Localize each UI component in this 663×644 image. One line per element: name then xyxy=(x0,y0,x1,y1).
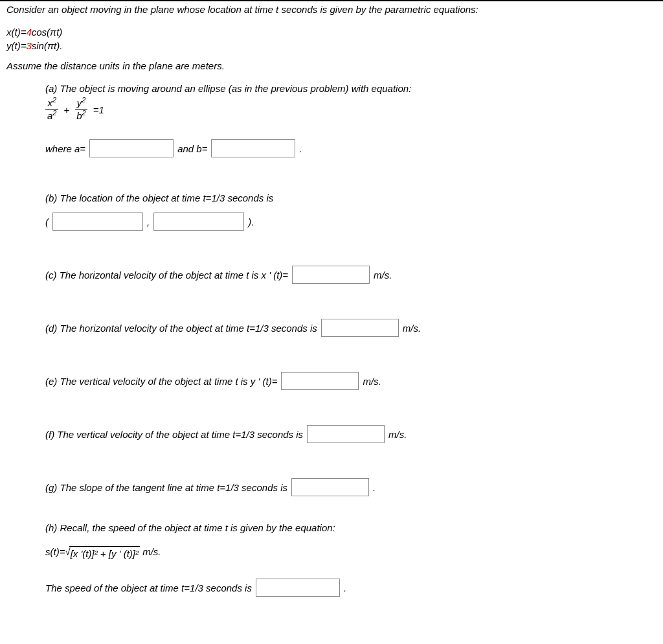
part-g: (g) The slope of the tangent line at tim… xyxy=(45,478,657,496)
speed-eq-suffix: m/s. xyxy=(140,546,161,557)
open-paren: ( xyxy=(45,216,49,227)
part-d: (d) The horizontal velocity of the objec… xyxy=(45,319,657,337)
input-f[interactable] xyxy=(307,425,385,443)
part-a-period: . xyxy=(299,143,302,154)
parts-container: (a) The object is moving around an ellip… xyxy=(6,83,657,597)
intro-text: Consider an object moving in the plane w… xyxy=(6,3,657,15)
part-h-inputs: The speed of the object at time t=1/3 se… xyxy=(45,579,657,597)
part-e-text: (e) The vertical velocity of the object … xyxy=(45,376,277,387)
part-b-label: (b) The location of the object at time t… xyxy=(45,192,657,203)
yt-coefficient: 3 xyxy=(26,40,31,51)
part-c-unit: m/s. xyxy=(374,270,392,281)
input-location-y[interactable] xyxy=(153,213,244,231)
xt-prefix: x(t)= xyxy=(6,27,26,38)
xt-coefficient: 4 xyxy=(26,27,31,38)
where-a-label: where a= xyxy=(45,143,85,154)
yt-prefix: y(t)= xyxy=(6,40,26,51)
plus-sign: + xyxy=(63,104,69,115)
part-b-inputs: ( , ). xyxy=(45,213,657,231)
part-b: (b) The location of the object at time t… xyxy=(45,192,657,231)
part-g-text: (g) The slope of the tangent line at tim… xyxy=(45,482,287,493)
sqrt-block: √[x '(t)]² + [y ' (t)]² xyxy=(65,546,140,559)
assume-text: Assume the distance units in the plane a… xyxy=(6,60,657,71)
fraction-y2-b2: y2 b2 xyxy=(74,98,87,121)
input-c[interactable] xyxy=(292,266,370,284)
close-paren: ). xyxy=(248,216,254,227)
part-h-label: (h) Recall, the speed of the object at t… xyxy=(45,522,657,533)
part-f: (f) The vertical velocity of the object … xyxy=(45,425,657,443)
comma: , xyxy=(147,216,150,227)
xt-suffix: cos(πt) xyxy=(32,27,63,38)
part-e-unit: m/s. xyxy=(363,376,381,387)
equals-one: =1 xyxy=(93,104,104,115)
part-g-period: . xyxy=(373,482,376,493)
ellipse-equation: x2 a2 + y2 b2 =1 xyxy=(45,98,657,121)
part-d-text: (d) The horizontal velocity of the objec… xyxy=(45,323,317,334)
part-c-text: (c) The horizontal velocity of the objec… xyxy=(45,270,288,281)
part-f-unit: m/s. xyxy=(388,429,407,440)
sqrt-body: [x '(t)]² + [y ' (t)]² xyxy=(69,546,140,559)
equation-yt: y(t)=3sin(πt). xyxy=(6,40,657,51)
input-g[interactable] xyxy=(291,478,369,496)
part-d-unit: m/s. xyxy=(403,323,421,334)
speed-prompt: The speed of the object at time t=1/3 se… xyxy=(45,582,252,593)
fraction-x2-a2: x2 a2 xyxy=(45,98,58,121)
input-d[interactable] xyxy=(321,319,399,337)
input-b[interactable] xyxy=(211,139,295,157)
input-a[interactable] xyxy=(89,139,174,157)
problem-content: Consider an object moving in the plane w… xyxy=(0,1,663,610)
speed-equation: s(t)=√[x '(t)]² + [y ' (t)]² m/s. xyxy=(45,546,657,559)
part-e: (e) The vertical velocity of the object … xyxy=(45,372,657,390)
input-location-x[interactable] xyxy=(52,213,143,231)
part-c: (c) The horizontal velocity of the objec… xyxy=(45,266,657,284)
equation-xt: x(t)=4cos(πt) xyxy=(6,27,657,38)
input-e[interactable] xyxy=(281,372,359,390)
part-h-period: . xyxy=(344,582,346,593)
part-f-text: (f) The vertical velocity of the object … xyxy=(45,429,303,440)
and-b-label: and b= xyxy=(177,143,207,154)
part-a-inputs: where a= and b= . xyxy=(45,139,657,157)
part-a: (a) The object is moving around an ellip… xyxy=(45,83,657,157)
part-a-label: (a) The object is moving around an ellip… xyxy=(45,83,657,94)
input-speed[interactable] xyxy=(256,579,340,597)
speed-eq-prefix: s(t)= xyxy=(45,546,65,557)
part-h: (h) Recall, the speed of the object at t… xyxy=(45,522,657,597)
yt-suffix: sin(πt). xyxy=(32,40,63,51)
